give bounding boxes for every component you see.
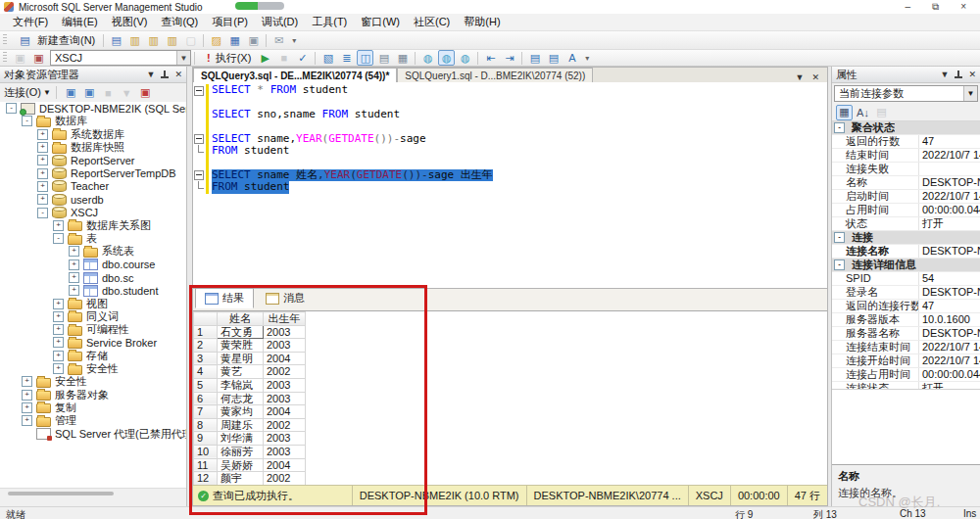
window-position-icon[interactable]: ▼ (941, 70, 950, 79)
print-icon[interactable]: ▣ (245, 32, 262, 48)
property-row[interactable]: 返回的连接行数47 (832, 300, 980, 313)
chevron-down-icon[interactable]: ▼ (43, 88, 51, 97)
connect-server-icon[interactable]: ▣ (63, 85, 79, 101)
grid-row[interactable]: 8周建乐2002 (194, 418, 306, 432)
indent-icon[interactable]: ⇥ (501, 50, 517, 66)
execute-button[interactable]: ! 执行(X) (198, 50, 256, 66)
tree-expander-icon[interactable]: + (22, 415, 32, 426)
categorized-icon[interactable]: ▦ (836, 105, 853, 120)
uncomment-icon[interactable]: ▤ (545, 50, 562, 66)
tree-expander-icon[interactable]: + (69, 285, 79, 296)
tree-item[interactable]: +数据库关系图 (0, 219, 186, 232)
document-tab[interactable]: SQLQuery1.sql - D...BME2IK\20774 (52)) (397, 68, 593, 82)
menu-帮助[interactable]: 帮助(H) (457, 14, 507, 30)
tree-item[interactable]: +Service Broker (0, 336, 186, 349)
change-connection-icon[interactable]: ▣ (30, 50, 47, 66)
grid-row[interactable]: 9刘华满2003 (194, 432, 306, 446)
new-database-engine-query-icon[interactable]: ▥ (126, 32, 143, 48)
results-grid[interactable]: 姓名出生年1石文勇20032黄荣胜20033黄星明20044黄艺20025李锦岚… (193, 310, 827, 487)
tree-item[interactable]: +ReportServerTempDB (0, 166, 186, 179)
menu-文件[interactable]: 文件(F) (6, 14, 55, 30)
chevron-down-icon[interactable]: ▼ (176, 51, 190, 65)
fold-collapse-icon[interactable] (194, 170, 204, 180)
property-pages-icon[interactable]: ▤ (873, 105, 890, 120)
tree-expander-icon[interactable]: + (53, 324, 64, 335)
fold-collapse-icon[interactable] (194, 86, 204, 96)
tree-expander-icon[interactable]: + (69, 272, 79, 283)
filter-icon[interactable]: ▼ (119, 85, 135, 101)
tree-expander-icon[interactable]: + (69, 260, 79, 270)
query-options-icon[interactable]: ▧ (319, 50, 336, 66)
results-to-file-icon[interactable]: ▦ (394, 50, 411, 66)
tree-item[interactable]: +dbo.student (0, 284, 186, 297)
grid-row[interactable]: 4黄艺2002 (194, 365, 306, 379)
minimize-button[interactable]: – (905, 1, 910, 13)
menu-视图[interactable]: 视图(V) (105, 14, 155, 30)
tree-item[interactable]: +SQL Server 代理(已禁用代理 XP) (0, 427, 186, 440)
grid-row[interactable]: 3黄星明2004 (194, 352, 306, 365)
tree-item[interactable]: +ReportServer (0, 154, 186, 166)
tree-expander-icon[interactable]: + (53, 311, 64, 322)
tree-expander-icon[interactable]: + (37, 168, 48, 179)
property-row[interactable]: 服务器名称DESKTOP-NBME2IK (832, 327, 980, 341)
code-line[interactable]: SELECT sno,sname FROM student (193, 109, 827, 120)
property-row[interactable]: 连接开始时间2022/10/7 14:21:14 (832, 354, 980, 368)
tree-item[interactable]: -数据库 (0, 115, 186, 127)
grid-row[interactable]: 1石文勇2003 (194, 325, 306, 339)
parse-check-icon[interactable]: ✓ (294, 50, 311, 66)
code-line[interactable]: SELECT * FROM student (193, 84, 827, 96)
scrollbar-thumb[interactable] (8, 492, 114, 495)
tree-expander-icon[interactable]: - (6, 103, 17, 114)
properties-object-combobox[interactable]: 当前连接参数 ▼ (834, 85, 978, 102)
tree-item[interactable]: +管理 (0, 414, 186, 427)
pin-icon[interactable] (955, 71, 962, 79)
outdent-icon[interactable]: ⇤ (482, 50, 499, 66)
tree-item[interactable]: +同义词 (0, 310, 186, 323)
property-row[interactable]: 启动时间2022/10/7 14:21:14 (832, 190, 980, 204)
toolbar-overflow-icon[interactable]: ▾ (292, 36, 296, 45)
property-row[interactable]: 连接占用时间00:00:00.044 (832, 368, 980, 382)
tree-item[interactable]: +存储 (0, 350, 186, 362)
tree-item[interactable]: +dbo.course (0, 259, 186, 271)
property-category[interactable]: -聚合状态 (832, 121, 980, 135)
tree-expander-icon[interactable]: + (53, 363, 64, 374)
refresh-server-icon[interactable]: ▣ (81, 85, 98, 101)
grid-row[interactable]: 12颜宇2002 (194, 472, 306, 486)
tree-expander-icon[interactable]: + (37, 129, 48, 140)
menu-编辑[interactable]: 编辑(E) (55, 14, 105, 30)
mail-icon[interactable]: ✉ (270, 32, 287, 48)
grid-row[interactable]: 11吴娇娇2004 (194, 458, 306, 472)
menu-社区[interactable]: 社区(C) (407, 14, 457, 30)
fold-collapse-icon[interactable] (194, 134, 204, 144)
close-icon[interactable]: ✕ (968, 70, 976, 79)
results-to-text-icon[interactable]: ▤ (375, 50, 392, 66)
new-xmla-query-icon[interactable]: ▥ (164, 32, 180, 48)
property-row[interactable]: 连接结束时间2022/10/7 14:21:14 (832, 341, 980, 354)
tree-expander-icon[interactable]: + (22, 376, 32, 387)
new-query-button[interactable]: ▤ 新建查询(N) (11, 32, 100, 48)
tree-item[interactable]: -XSCJ (0, 206, 186, 218)
toolbar-grip[interactable] (3, 34, 7, 47)
tree-expander-icon[interactable]: + (37, 142, 48, 153)
new-analysis-query-icon[interactable]: ▥ (145, 32, 162, 48)
tab-messages[interactable]: 消息 (256, 288, 315, 308)
property-row[interactable]: 返回的行数47 (832, 135, 980, 149)
grid-row[interactable]: 2黄荣胜2003 (194, 339, 306, 353)
tree-item[interactable]: -DESKTOP-NBME2IK (SQL Server 10.0.160 (0, 102, 186, 115)
tree-expander-icon[interactable]: - (37, 208, 48, 218)
chevron-down-icon[interactable]: ▼ (796, 72, 805, 82)
stop-icon[interactable]: ■ (100, 85, 117, 101)
property-category[interactable]: -连接 (832, 231, 980, 245)
intellisense-icon[interactable]: ≣ (338, 50, 355, 66)
tree-expander-icon[interactable]: + (53, 351, 64, 361)
tree-item[interactable]: +安全性 (0, 362, 186, 375)
close-icon[interactable]: ✕ (174, 70, 182, 79)
grid-row[interactable]: 10徐丽芳2003 (194, 445, 306, 458)
tree-expander-icon[interactable]: + (53, 220, 64, 231)
tree-item[interactable]: +复制 (0, 401, 186, 414)
database-combobox[interactable]: XSCJ ▼ (50, 50, 191, 66)
menu-工具[interactable]: 工具(T) (305, 14, 354, 30)
pin-icon[interactable] (161, 71, 169, 79)
menu-项目[interactable]: 项目(P) (205, 14, 255, 30)
tree-expander-icon[interactable]: + (37, 181, 48, 192)
